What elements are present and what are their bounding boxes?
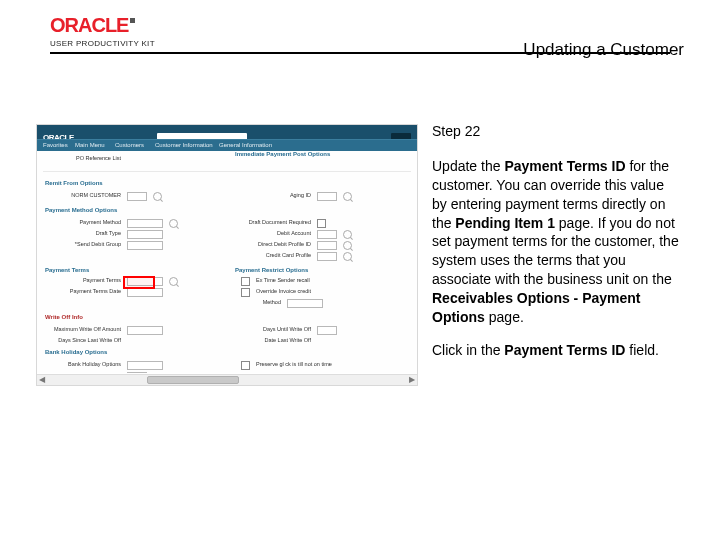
scrollbar-thumb[interactable] bbox=[147, 376, 239, 384]
app-topbar: ORACLE bbox=[37, 125, 417, 139]
app-screenshot: ORACLE Favorites Main Menu Customers Cus… bbox=[36, 124, 418, 386]
checkbox[interactable] bbox=[241, 277, 250, 286]
days-field[interactable] bbox=[127, 372, 147, 373]
method-field[interactable] bbox=[287, 299, 323, 308]
page: ORACLE USER PRODUCTIVITY KIT Updating a … bbox=[0, 0, 720, 540]
step-label: Step 22 bbox=[432, 122, 682, 141]
horizontal-scrollbar[interactable]: ◀ ▶ bbox=[37, 374, 417, 385]
field-label: Direct Debit Profile ID bbox=[241, 241, 311, 250]
field-label: Payment Method bbox=[51, 219, 121, 228]
input-field[interactable] bbox=[127, 192, 147, 201]
instruction-panel: Step 22 Update the Payment Terms ID for … bbox=[432, 122, 682, 374]
menu-item[interactable]: Customer Information bbox=[155, 142, 213, 148]
field-label: Days bbox=[51, 372, 121, 373]
text-bold: Payment Terms ID bbox=[504, 158, 625, 174]
section-header: Write Off Info bbox=[45, 314, 409, 320]
days-until-writeoff-field[interactable] bbox=[317, 326, 337, 335]
text-bold: Pending Item 1 bbox=[455, 215, 555, 231]
divider bbox=[43, 171, 411, 172]
payment-terms-date-field[interactable] bbox=[127, 288, 163, 297]
checkbox[interactable] bbox=[241, 361, 250, 370]
aging-id-field[interactable] bbox=[317, 192, 337, 201]
lookup-icon[interactable] bbox=[343, 241, 352, 250]
section-header: Payment Method Options bbox=[45, 207, 409, 213]
section-header: Remit From Options bbox=[45, 180, 409, 186]
field-label: Credit Card Profile bbox=[241, 252, 311, 261]
section-header: Payment Restrict Options bbox=[235, 267, 409, 273]
field-label: Days Since Last Write Off bbox=[51, 337, 121, 343]
text: page. bbox=[485, 309, 524, 325]
oracle-logo: ORACLE USER PRODUCTIVITY KIT bbox=[50, 16, 155, 48]
section-header: Bank Holiday Options bbox=[45, 349, 409, 355]
bank-holiday-field[interactable] bbox=[127, 361, 163, 370]
field-label: Preserve gl ck is till not on time bbox=[256, 361, 332, 370]
menu-item[interactable]: General Information bbox=[219, 142, 272, 148]
section-header: Immediate Payment Post Options bbox=[235, 151, 409, 157]
draft-type-field[interactable] bbox=[127, 230, 163, 239]
lookup-icon[interactable] bbox=[343, 252, 352, 261]
lookup-icon[interactable] bbox=[169, 219, 178, 228]
lookup-icon[interactable] bbox=[169, 277, 178, 286]
instruction-paragraph-2: Click in the Payment Terms ID field. bbox=[432, 341, 682, 360]
field-label: Override Invoice credit bbox=[256, 288, 311, 297]
field-label: NORM CUSTOMER bbox=[51, 192, 121, 201]
cc-profile-field[interactable] bbox=[317, 252, 337, 261]
checkbox[interactable] bbox=[241, 288, 250, 297]
field-label: Debit Account bbox=[241, 230, 311, 239]
logo-brand-text: ORACLE bbox=[50, 14, 128, 36]
instruction-paragraph-1: Update the Payment Terms ID for the cust… bbox=[432, 157, 682, 327]
lookup-icon[interactable] bbox=[343, 230, 352, 239]
lookup-icon[interactable] bbox=[343, 192, 352, 201]
logo-product-text: USER PRODUCTIVITY KIT bbox=[50, 39, 155, 48]
lookup-icon[interactable] bbox=[153, 192, 162, 201]
page-title: Updating a Customer bbox=[523, 40, 684, 60]
dd-profile-field[interactable] bbox=[317, 241, 337, 250]
field-label: PO Reference List bbox=[51, 155, 121, 161]
text-bold: Receivables Options - Payment Options bbox=[432, 290, 641, 325]
field-label: Maximum Write Off Amount bbox=[51, 326, 121, 335]
draft-doc-checkbox[interactable] bbox=[317, 219, 326, 228]
field-label: Draft Type bbox=[51, 230, 121, 239]
field-label: Draft Document Required bbox=[241, 219, 311, 228]
menu-item[interactable]: Customers bbox=[115, 142, 144, 148]
menu-item[interactable]: Main Menu bbox=[75, 142, 105, 148]
field-label: Method bbox=[241, 299, 281, 308]
field-label: *Send Debit Group bbox=[51, 241, 121, 250]
field-label: Payment Terms Date bbox=[51, 288, 121, 297]
highlight-box bbox=[123, 276, 155, 289]
scroll-right-icon[interactable]: ▶ bbox=[407, 375, 417, 385]
text: Click in the bbox=[432, 342, 504, 358]
text-bold: Payment Terms ID bbox=[504, 342, 625, 358]
text: field. bbox=[625, 342, 658, 358]
logo-dot-icon bbox=[130, 18, 135, 23]
field-label: Payment Terms bbox=[51, 277, 121, 286]
field-label: Days Until Write Off bbox=[241, 326, 311, 335]
debit-group-field[interactable] bbox=[127, 241, 163, 250]
section-header: Payment Terms bbox=[45, 267, 219, 273]
app-body: PO Reference List Immediate Payment Post… bbox=[37, 151, 417, 373]
menu-item[interactable]: Favorites bbox=[43, 142, 68, 148]
payment-method-field[interactable] bbox=[127, 219, 163, 228]
header: ORACLE USER PRODUCTIVITY KIT Updating a … bbox=[0, 16, 720, 68]
debit-account-field[interactable] bbox=[317, 230, 337, 239]
text: Update the bbox=[432, 158, 504, 174]
field-label: Bank Holiday Options bbox=[51, 361, 121, 370]
field-label: Ex Time Sender recall bbox=[256, 277, 310, 286]
scroll-left-icon[interactable]: ◀ bbox=[37, 375, 47, 385]
max-writeoff-field[interactable] bbox=[127, 326, 163, 335]
field-label: Date Last Write Off bbox=[241, 337, 311, 343]
field-label: Aging ID bbox=[241, 192, 311, 201]
